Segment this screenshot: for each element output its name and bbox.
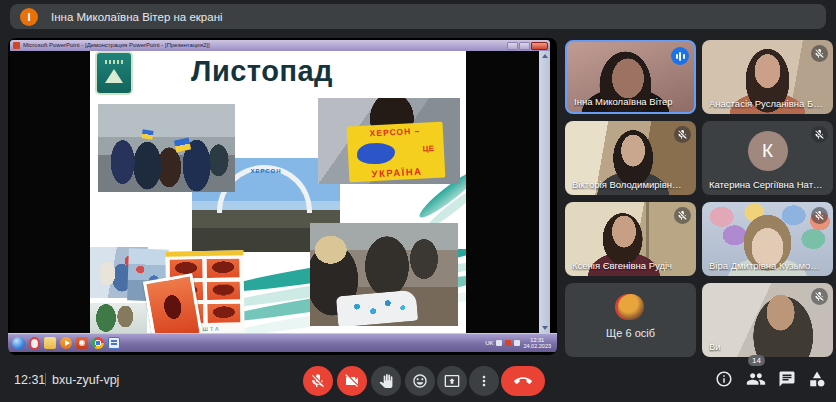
poster-text: ЦЕ [422, 144, 434, 154]
hand-icon [379, 374, 393, 388]
stacked-avatars: Д [565, 294, 696, 320]
meeting-code: bxu-zyuf-vpj [52, 373, 119, 387]
photo-people-aid-box [310, 223, 458, 326]
media-player-icon [60, 337, 72, 349]
leave-call-button[interactable] [501, 366, 545, 396]
tray-icon [496, 340, 502, 346]
info-icon [715, 370, 733, 388]
participant-name: Вікторія Володимирівн… [572, 179, 681, 190]
ppt-window-titlebar: Microsoft PowerPoint - [Демонстрация Pow… [10, 40, 550, 51]
ukraine-flag-icon [141, 130, 153, 141]
participant-name: Катерина Сергіївна Нат… [709, 179, 823, 190]
window-controls [507, 42, 548, 50]
powerpoint-taskbar-icon [76, 337, 88, 349]
avatar: К [748, 131, 788, 171]
activities-button[interactable] [807, 369, 827, 389]
participant-tile-inna[interactable]: Інна Миколаївна Вітер [565, 40, 696, 114]
taskbar-clock: 12:31 24.02.2023 [523, 337, 551, 349]
windows-taskbar: UK 12:31 24.02.2023 [8, 333, 557, 352]
presentation-slide: Листопад ХЕРСОН – ЦЕ УКРАЇНА ХЕРСО [90, 51, 466, 333]
ukraine-map-shape [357, 142, 396, 165]
divider [45, 373, 46, 386]
meeting-details-button[interactable] [714, 369, 734, 389]
present-button[interactable] [437, 366, 467, 396]
participant-name: Віра Дмитрівна Кузьмо… [709, 260, 820, 271]
maximize-icon [519, 42, 530, 50]
call-end-icon [514, 372, 532, 390]
mic-off-icon [811, 207, 828, 224]
start-button-icon [12, 337, 25, 350]
drawing-soldier-tree [90, 303, 147, 333]
scroll-up-icon [542, 54, 548, 58]
scroll-down-icon [542, 326, 548, 330]
participant-tile-vira[interactable]: Віра Дмитрівна Кузьмо… [702, 202, 833, 276]
clock: 12:31 [14, 373, 45, 387]
self-label: Ви [709, 341, 721, 352]
participant-name: Інна Миколаївна Вітер [574, 96, 673, 107]
presenting-banner-text: Інна Миколаївна Вітер на екрані [51, 11, 223, 23]
shared-screen-stage[interactable]: Microsoft PowerPoint - [Демонстрация Pow… [8, 38, 557, 355]
mic-off-icon [811, 288, 828, 305]
ukraine-flag-icon [174, 138, 191, 153]
people-icon [746, 369, 766, 389]
poster-text: ХЕРСОН – [347, 125, 443, 140]
present-icon [444, 373, 460, 389]
folder-icon [44, 337, 56, 349]
more-vert-icon [476, 373, 492, 389]
powerpoint-icon [13, 42, 20, 49]
presenter-avatar: І [20, 8, 38, 26]
ppt-window-title: Microsoft PowerPoint - [Демонстрация Pow… [23, 40, 507, 51]
mic-toggle-button[interactable] [303, 366, 333, 396]
school-emblem [95, 51, 133, 95]
chrome-icon [92, 337, 104, 349]
protest-poster: ХЕРСОН – ЦЕ УКРАЇНА [347, 122, 446, 183]
videocam-off-icon [344, 373, 360, 389]
camera-toggle-button[interactable] [337, 366, 367, 396]
mic-off-icon [674, 207, 691, 224]
self-view-tile[interactable]: Ви [702, 283, 833, 357]
chat-icon [778, 370, 796, 388]
raise-hand-button[interactable] [371, 366, 401, 396]
speaking-indicator-icon [671, 47, 689, 65]
activities-icon [808, 370, 826, 388]
participant-tile-anastasiia[interactable]: Анастасія Русланівна Б… [702, 40, 833, 114]
language-indicator: UK [485, 340, 493, 346]
participants-button[interactable] [746, 369, 766, 389]
mic-off-icon [811, 126, 828, 143]
poster-text: УКРАЇНА [349, 164, 445, 180]
participant-name: Ксенія Євгенівна Рудіч [572, 260, 672, 271]
reactions-button[interactable] [405, 366, 435, 396]
participant-name: Анастасія Русланівна Б… [709, 98, 823, 109]
ppt-scrollbar [539, 51, 550, 333]
presenting-banner: І Інна Миколаївна Вітер на екрані [10, 4, 826, 29]
more-options-button[interactable] [469, 366, 499, 396]
photo-crowd-with-flags [98, 104, 235, 192]
participants-count-badge: 14 [748, 355, 765, 366]
more-participants-tile[interactable]: Д Ще 6 осіб [565, 283, 696, 357]
participant-tile-kateryna[interactable]: К Катерина Сергіївна Нат… [702, 121, 833, 195]
avatar [618, 294, 644, 320]
minimize-icon [507, 42, 518, 50]
tray-icon [514, 340, 520, 346]
mic-off-icon [674, 126, 691, 143]
chat-button[interactable] [777, 369, 797, 389]
more-participants-label: Ще 6 осіб [565, 327, 696, 339]
ppt-slideshow-area: Листопад ХЕРСОН – ЦЕ УКРАЇНА ХЕРСО [10, 51, 550, 333]
close-icon [531, 42, 548, 50]
photo-kherson-poster: ХЕРСОН – ЦЕ УКРАЇНА [318, 98, 460, 184]
opera-icon [29, 337, 40, 350]
participant-tile-viktoriia[interactable]: Вікторія Володимирівн… [565, 121, 696, 195]
system-tray: UK 12:31 24.02.2023 [485, 337, 553, 349]
white-box [335, 290, 417, 326]
slide-title: Листопад [132, 55, 392, 88]
participant-tile-kseniia[interactable]: Ксенія Євгенівна Рудіч [565, 202, 696, 276]
emoji-icon [412, 373, 428, 389]
tray-icon [505, 340, 511, 346]
mic-off-icon [310, 373, 326, 389]
app-window-icon [108, 337, 120, 349]
mic-off-icon [811, 45, 828, 62]
